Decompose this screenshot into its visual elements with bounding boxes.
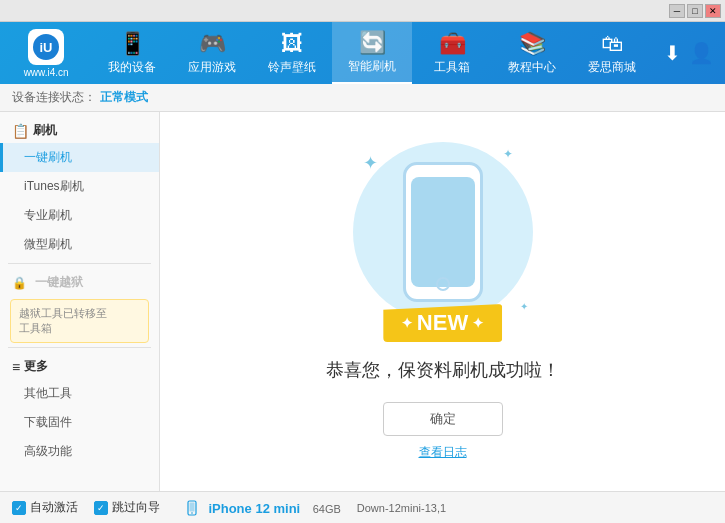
nav-item-wallpaper[interactable]: 🖼铃声壁纸: [252, 22, 332, 84]
new-star-left: ✦: [401, 315, 413, 331]
phone-illustration: ✦ ✦ ✦ ✦ NEW ✦: [353, 142, 533, 342]
phone-screen: [411, 177, 475, 287]
sidebar-item-other-tools[interactable]: 其他工具: [0, 379, 159, 408]
sidebar-group-more: ≡ 更多: [0, 352, 159, 379]
logo-text: www.i4.cn: [24, 67, 69, 78]
status-value: 正常模式: [100, 89, 148, 106]
nav-item-shop[interactable]: 🛍爱思商城: [572, 22, 652, 84]
nav-label-shop: 爱思商城: [588, 59, 636, 76]
nav-label-tutorials: 教程中心: [508, 59, 556, 76]
sidebar-divider-1: [8, 263, 151, 264]
minimize-btn[interactable]: ─: [669, 4, 685, 18]
logo-icon: iU: [28, 29, 64, 65]
sidebar-item-itunes-flash[interactable]: iTunes刷机: [0, 172, 159, 201]
device-bar: ✓ 自动激活 ✓ 跳过向导 iPhone 12 mini 64GB Down-1…: [0, 491, 725, 523]
new-badge: ✦ NEW ✦: [383, 304, 502, 342]
sidebar-item-advanced[interactable]: 高级功能: [0, 437, 159, 466]
header: iU www.i4.cn 📱我的设备🎮应用游戏🖼铃声壁纸🔄智能刷机🧰工具箱📚教程…: [0, 22, 725, 84]
sidebar: 📋 刷机 一键刷机 iTunes刷机 专业刷机 微型刷机 🔒 一键越狱 越狱工具…: [0, 112, 160, 491]
sparkle-3: ✦: [520, 301, 528, 312]
skip-wizard-label: 跳过向导: [112, 499, 160, 516]
nav-icon-apps-games: 🎮: [199, 31, 226, 57]
title-bar: ─ □ ✕: [0, 0, 725, 22]
sparkle-1: ✦: [363, 152, 378, 174]
sidebar-item-onekey-flash[interactable]: 一键刷机: [0, 143, 159, 172]
status-label: 设备连接状态：: [12, 89, 96, 106]
device-version: Down-12mini-13,1: [357, 502, 446, 514]
auto-activate-check-icon[interactable]: ✓: [12, 501, 26, 515]
jailbreak-group-label: 一键越狱: [35, 274, 83, 291]
nav-label-apps-games: 应用游戏: [188, 59, 236, 76]
new-badge-text: NEW: [417, 310, 468, 336]
nav-label-my-device: 我的设备: [108, 59, 156, 76]
success-text: 恭喜您，保资料刷机成功啦！: [326, 358, 560, 382]
device-info: iPhone 12 mini 64GB: [184, 499, 341, 517]
svg-point-4: [191, 512, 193, 514]
flash-group-label: 刷机: [33, 122, 57, 139]
logo-area: iU www.i4.cn: [0, 22, 92, 84]
sparkle-2: ✦: [503, 147, 513, 161]
nav-icon-shop: 🛍: [601, 31, 623, 57]
sidebar-group-jailbreak: 🔒 一键越狱: [0, 268, 159, 295]
sidebar-item-download-firmware[interactable]: 下载固件: [0, 408, 159, 437]
content-area: ✦ ✦ ✦ ✦ NEW ✦ 恭喜您，保资料刷机成功啦！ 确定 查看日志: [160, 112, 725, 491]
download-icon[interactable]: ⬇: [664, 41, 681, 65]
auto-activate-checkbox[interactable]: ✓ 自动激活: [12, 499, 78, 516]
more-group-icon: ≡: [12, 359, 20, 375]
nav-item-smart-flash[interactable]: 🔄智能刷机: [332, 22, 412, 84]
maximize-btn[interactable]: □: [687, 4, 703, 18]
sidebar-group-flash: 📋 刷机: [0, 116, 159, 143]
nav-label-wallpaper: 铃声壁纸: [268, 59, 316, 76]
sidebar-item-pro-flash[interactable]: 专业刷机: [0, 201, 159, 230]
new-star-right: ✦: [472, 315, 484, 331]
phone-button: [436, 277, 450, 291]
device-capacity: 64GB: [313, 503, 341, 515]
status-bar: 设备连接状态： 正常模式: [0, 84, 725, 112]
nav-label-toolbox: 工具箱: [434, 59, 470, 76]
device-name: iPhone 12 mini: [208, 501, 300, 516]
nav-icon-toolbox: 🧰: [439, 31, 466, 57]
jailbreak-notice: 越狱工具已转移至工具箱: [10, 299, 149, 343]
phone-body: [403, 162, 483, 302]
more-group-label: 更多: [24, 358, 48, 375]
nav-icon-tutorials: 📚: [519, 31, 546, 57]
nav-item-my-device[interactable]: 📱我的设备: [92, 22, 172, 84]
device-phone-icon: [184, 500, 200, 516]
skip-wizard-checkbox[interactable]: ✓ 跳过向导: [94, 499, 160, 516]
close-btn[interactable]: ✕: [705, 4, 721, 18]
nav-icon-my-device: 📱: [119, 31, 146, 57]
main-layout: 📋 刷机 一键刷机 iTunes刷机 专业刷机 微型刷机 🔒 一键越狱 越狱工具…: [0, 112, 725, 491]
nav-icon-wallpaper: 🖼: [281, 31, 303, 57]
sidebar-divider-2: [8, 347, 151, 348]
confirm-button[interactable]: 确定: [383, 402, 503, 436]
nav-item-tutorials[interactable]: 📚教程中心: [492, 22, 572, 84]
svg-rect-3: [190, 503, 195, 512]
lock-icon: 🔒: [12, 276, 27, 290]
header-right: ⬇ 👤: [652, 41, 725, 65]
nav-item-toolbox[interactable]: 🧰工具箱: [412, 22, 492, 84]
flash-group-icon: 📋: [12, 123, 29, 139]
nav-items: 📱我的设备🎮应用游戏🖼铃声壁纸🔄智能刷机🧰工具箱📚教程中心🛍爱思商城: [92, 22, 652, 84]
svg-text:iU: iU: [40, 40, 53, 55]
wizard-link[interactable]: 查看日志: [419, 444, 467, 461]
nav-item-apps-games[interactable]: 🎮应用游戏: [172, 22, 252, 84]
user-icon[interactable]: 👤: [689, 41, 714, 65]
skip-wizard-check-icon[interactable]: ✓: [94, 501, 108, 515]
nav-icon-smart-flash: 🔄: [359, 30, 386, 56]
auto-activate-label: 自动激活: [30, 499, 78, 516]
nav-label-smart-flash: 智能刷机: [348, 58, 396, 75]
sidebar-item-mini-flash[interactable]: 微型刷机: [0, 230, 159, 259]
